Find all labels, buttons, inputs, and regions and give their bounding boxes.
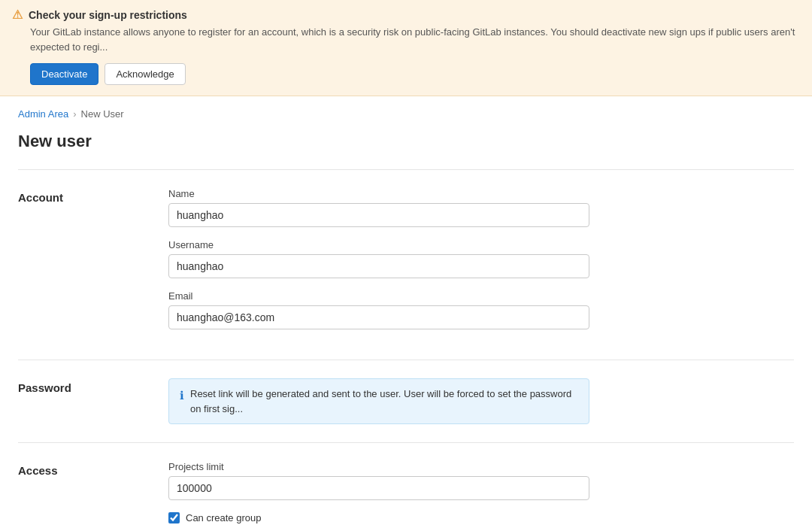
email-input[interactable] xyxy=(168,305,589,329)
page-title: New user xyxy=(18,132,794,151)
breadcrumb-admin-link[interactable]: Admin Area xyxy=(18,108,68,120)
projects-limit-field-group: Projects limit xyxy=(168,461,794,500)
password-fields: ℹ Reset link will be generated and sent … xyxy=(168,378,794,424)
can-create-group-group: Can create group xyxy=(168,512,794,523)
password-section-label: Password xyxy=(18,378,168,424)
password-section: Password ℹ Reset link will be generated … xyxy=(18,360,794,442)
username-input[interactable] xyxy=(168,254,589,278)
can-create-group-label[interactable]: Can create group xyxy=(186,512,261,523)
username-label: Username xyxy=(168,239,794,250)
breadcrumb-current: New User xyxy=(81,108,124,120)
account-section: Account Name Username Email xyxy=(18,169,794,360)
password-info-text: Reset link will be generated and sent to… xyxy=(190,387,578,416)
breadcrumb-separator: › xyxy=(73,108,76,120)
username-field-group: Username xyxy=(168,239,794,278)
banner-actions: Deactivate Acknowledge xyxy=(12,63,800,85)
breadcrumb: Admin Area › New User xyxy=(18,108,794,120)
can-create-group-checkbox[interactable] xyxy=(168,512,180,523)
main-content: Admin Area › New User New user Account N… xyxy=(0,96,812,525)
warning-icon: ⚠ xyxy=(12,8,23,22)
access-section: Access Projects limit Can create group P… xyxy=(18,442,794,525)
email-field-group: Email xyxy=(168,290,794,329)
acknowledge-button[interactable]: Acknowledge xyxy=(105,63,185,85)
account-fields: Name Username Email xyxy=(168,188,794,341)
banner-text: Your GitLab instance allows anyone to re… xyxy=(12,25,800,54)
account-section-label: Account xyxy=(18,188,168,341)
name-input[interactable] xyxy=(168,203,589,227)
sign-up-restrictions-banner: ⚠ Check your sign-up restrictions Your G… xyxy=(0,0,812,96)
name-label: Name xyxy=(168,188,794,199)
access-fields: Projects limit Can create group Private … xyxy=(168,461,794,525)
password-info-box: ℹ Reset link will be generated and sent … xyxy=(168,378,589,424)
projects-limit-label: Projects limit xyxy=(168,461,794,472)
deactivate-button[interactable]: Deactivate xyxy=(30,63,98,85)
email-label: Email xyxy=(168,290,794,302)
projects-limit-input[interactable] xyxy=(168,476,589,500)
info-icon: ℹ xyxy=(180,387,184,405)
name-field-group: Name xyxy=(168,188,794,227)
access-section-label: Access xyxy=(18,461,168,525)
banner-title: ⚠ Check your sign-up restrictions xyxy=(12,8,800,22)
